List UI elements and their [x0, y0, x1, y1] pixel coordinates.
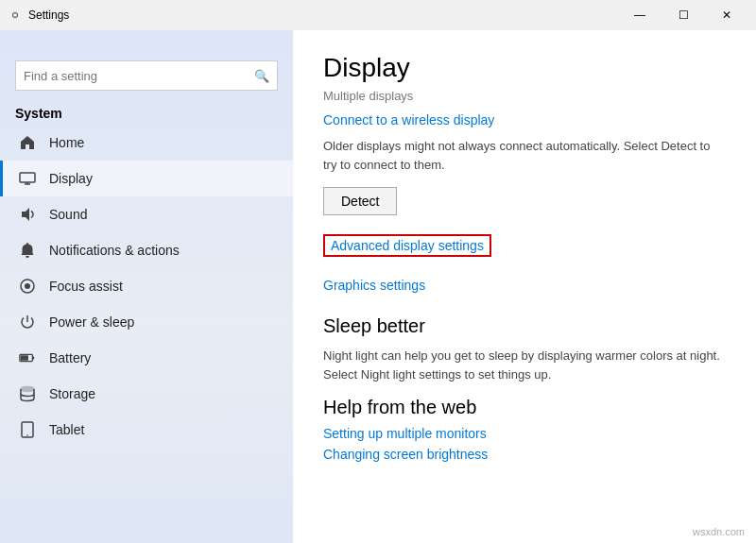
sleep-heading: Sleep better: [323, 315, 726, 337]
main-content: Display Multiple displays Connect to a w…: [293, 30, 756, 543]
svg-marker-3: [22, 208, 29, 221]
scroll-subtitle: Multiple displays: [323, 89, 726, 103]
title-bar-left: Settings: [8, 8, 69, 23]
svg-point-8: [21, 387, 34, 392]
connect-wireless-link[interactable]: Connect to a wireless display: [323, 112, 494, 127]
maximize-button[interactable]: ☐: [662, 0, 705, 30]
minimize-button[interactable]: —: [618, 0, 662, 30]
description-text: Older displays might not always connect …: [323, 137, 726, 174]
sidebar-item-sound-label: Sound: [49, 207, 87, 222]
sleep-section: Sleep better Night light can help you ge…: [323, 315, 726, 383]
graphics-settings-area: Graphics settings: [323, 278, 726, 293]
search-box[interactable]: 🔍: [15, 60, 278, 91]
sidebar-item-tablet[interactable]: Tablet: [0, 412, 293, 448]
sidebar-item-focus-label: Focus assist: [49, 279, 123, 294]
sidebar-header: [0, 30, 293, 53]
help-section: Help from the web Setting up multiple mo…: [323, 397, 726, 462]
advanced-display-settings-link[interactable]: Advanced display settings: [331, 238, 484, 253]
sidebar-item-power-label: Power & sleep: [49, 314, 134, 330]
battery-icon: [19, 349, 36, 366]
help-link-1[interactable]: Changing screen brightness: [323, 447, 726, 462]
display-icon: [19, 170, 36, 187]
search-input[interactable]: [24, 69, 254, 83]
sidebar-item-battery[interactable]: Battery: [0, 340, 293, 376]
sidebar-item-storage[interactable]: Storage: [0, 376, 293, 412]
advanced-settings-area: Advanced display settings: [323, 234, 726, 263]
detect-button[interactable]: Detect: [323, 187, 397, 215]
svg-point-10: [26, 434, 28, 436]
title-bar: Settings — ☐ ✕: [0, 0, 756, 30]
sidebar-item-battery-label: Battery: [49, 350, 91, 365]
settings-icon: [8, 8, 23, 23]
sidebar-item-focus[interactable]: Focus assist: [0, 268, 293, 304]
advanced-link-box: Advanced display settings: [323, 234, 491, 257]
page-title: Display: [323, 53, 726, 83]
watermark: wsxdn.com: [693, 526, 745, 537]
system-label: System: [0, 94, 293, 125]
svg-point-5: [25, 283, 30, 289]
storage-icon: [19, 385, 36, 402]
graphics-settings-link[interactable]: Graphics settings: [323, 278, 726, 293]
search-icon: 🔍: [254, 69, 269, 83]
sidebar-item-storage-label: Storage: [49, 386, 95, 401]
sidebar-item-home[interactable]: Home: [0, 125, 293, 161]
title-bar-controls: — ☐ ✕: [618, 0, 748, 30]
svg-rect-7: [21, 355, 28, 360]
sleep-text: Night light can help you get to sleep by…: [323, 347, 726, 383]
nav-list: Home Display: [0, 125, 293, 543]
focus-icon: [19, 278, 36, 295]
power-icon: [19, 314, 36, 331]
close-button[interactable]: ✕: [705, 0, 748, 30]
help-link-0[interactable]: Setting up multiple monitors: [323, 426, 726, 441]
sidebar-item-power[interactable]: Power & sleep: [0, 304, 293, 340]
tablet-icon: [19, 421, 36, 438]
help-heading: Help from the web: [323, 397, 726, 418]
home-icon: [19, 134, 36, 151]
sidebar-item-display-label: Display: [49, 171, 93, 186]
app-body: 🔍 System Home: [0, 30, 756, 543]
sound-icon: [19, 206, 36, 223]
sidebar-item-sound[interactable]: Sound: [0, 196, 293, 232]
sidebar-item-notifications[interactable]: Notifications & actions: [0, 232, 293, 268]
svg-rect-0: [20, 173, 35, 182]
sidebar-item-display[interactable]: Display: [0, 161, 293, 196]
sidebar-item-home-label: Home: [49, 135, 84, 150]
notifications-icon: [19, 242, 36, 259]
sidebar-item-tablet-label: Tablet: [49, 422, 84, 437]
sidebar-item-notifications-label: Notifications & actions: [49, 243, 180, 258]
title-bar-title: Settings: [28, 8, 69, 22]
sidebar: 🔍 System Home: [0, 30, 293, 543]
